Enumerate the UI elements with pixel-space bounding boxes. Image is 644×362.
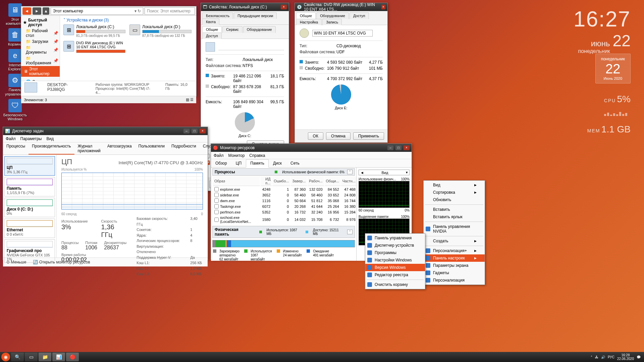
sidebar-item[interactable]: 📁 Изображения📌 — [21, 55, 60, 66]
context-menu-item[interactable]: Гаджеты — [424, 269, 485, 277]
context-menu-item[interactable]: Вид▶ — [424, 181, 485, 189]
process-row[interactable]: explorer.exe4248187 360132 02084 55247 4… — [213, 187, 357, 192]
tray-lang[interactable]: РУС — [608, 355, 614, 359]
context-menu-item[interactable]: Обновить — [424, 196, 485, 203]
sidebar-item[interactable]: 📁 Загрузки📌 — [21, 39, 60, 45]
sidebar-this-pc[interactable]: 🖥 Этот компьютер — [21, 66, 60, 77]
process-row[interactable]: Taskmgr.exe6072020 26841 64425 26416 380 — [213, 204, 357, 209]
close-button[interactable]: × — [200, 129, 206, 133]
menu-item[interactable]: Параметры — [20, 136, 42, 141]
tab[interactable]: Производительность — [29, 142, 74, 155]
context-menu-item[interactable]: Сортировка▶ — [424, 189, 485, 196]
tab[interactable]: Автозагрузка — [104, 142, 135, 155]
tab[interactable]: Процессы — [3, 142, 29, 155]
cancel-button[interactable]: Отмена — [326, 132, 351, 140]
context-menu-item[interactable]: Настройки Windows — [365, 256, 425, 264]
process-row[interactable]: sidebar.exe3652058 46058 46033 65224 808 — [213, 192, 357, 197]
props-tab[interactable]: Запись — [322, 19, 342, 25]
ok-button[interactable]: ОК — [308, 132, 323, 140]
tab[interactable]: Обзор — [211, 159, 231, 167]
search-button[interactable]: 🔍 — [11, 353, 24, 361]
menu-item[interactable]: Файл — [214, 153, 224, 158]
menu-item[interactable]: Вид — [46, 136, 54, 141]
context-menu-item[interactable]: Персонализация — [424, 277, 485, 284]
context-menu-item[interactable]: Программы — [365, 249, 425, 256]
tray-network-icon[interactable]: 🖧 — [595, 355, 598, 359]
taskbar-taskmgr[interactable]: 📊 — [52, 353, 65, 361]
perf-mini[interactable]: Диск 0 (C: D:)0% — [4, 198, 55, 217]
fewer-details-button[interactable]: ⊙ Меньше — [6, 260, 26, 264]
props-tab[interactable]: Общие — [296, 12, 316, 19]
sidebar-network[interactable]: 🌐 Сеть — [21, 79, 60, 81]
collapse-icon[interactable]: ˄ — [347, 170, 353, 174]
context-menu-item[interactable]: Панель настроек▶ — [424, 254, 485, 262]
drive-name-input[interactable] — [312, 30, 373, 37]
sidebar-item[interactable]: 📁 Рабочий стол📌 — [21, 28, 60, 39]
context-menu-item[interactable]: Вставить — [424, 206, 485, 213]
taskbar-clock[interactable]: 16:2822.06.2020 — [617, 353, 634, 361]
maximize-button[interactable]: □ — [192, 129, 198, 133]
taskbar-resmon[interactable]: 🔴 — [66, 353, 79, 361]
process-row[interactable]: perfmon.exe5352016 73232 24016 95615 284 — [213, 209, 357, 215]
tray-volume-icon[interactable]: 🔊 — [601, 355, 605, 359]
props-tab[interactable]: Доступ — [350, 12, 369, 19]
context-menu-item[interactable]: Панель управления — [365, 234, 425, 242]
close-button[interactable]: × — [404, 145, 410, 150]
collapse-icon[interactable]: ˄ — [347, 230, 353, 234]
drive-d[interactable]: ▭ Локальный диск (D:) 87,8 ГБ свободно и… — [129, 24, 192, 38]
tray-notifications-icon[interactable]: 💬 — [637, 355, 641, 359]
minimize-button[interactable]: – — [387, 145, 393, 150]
taskbar-explorer[interactable]: 📁 — [39, 353, 51, 361]
tray-chevron-icon[interactable]: ˄ — [591, 355, 592, 359]
process-row[interactable]: svchost.exe (LocalServiceNet...1580014 0… — [213, 215, 357, 224]
chevron-down-icon[interactable]: ▾ ↻ — [135, 9, 141, 13]
nav-back-button[interactable]: ◄ — [22, 7, 31, 15]
context-menu-item[interactable]: Параметры экрана — [424, 262, 485, 269]
close-button[interactable]: × — [381, 5, 386, 9]
close-button[interactable]: × — [281, 5, 287, 9]
minimize-button[interactable]: – — [183, 129, 190, 133]
tab[interactable]: Журнал приложений — [74, 142, 104, 155]
context-menu-item[interactable]: Вставить ярлык — [424, 213, 485, 221]
menu-item[interactable]: Монитор — [228, 153, 245, 158]
drive-c[interactable]: ⊞ Локальный диск (C:) 81,3 ГБ свободно и… — [63, 24, 125, 38]
tab[interactable]: Сеть — [286, 159, 304, 167]
task-view-button[interactable]: ▭ — [25, 353, 38, 361]
menu-item[interactable]: Справка — [249, 153, 265, 158]
context-menu-item[interactable]: Создать▶ — [424, 237, 485, 245]
tab[interactable]: Подробности — [168, 142, 200, 155]
props-tab[interactable]: Безопасность — [202, 12, 233, 19]
context-menu-item[interactable]: Очистить корзину — [365, 281, 425, 288]
tab[interactable]: Память — [246, 159, 269, 168]
props-tab[interactable]: Оборудование — [316, 12, 349, 19]
menu-item[interactable]: Файл — [6, 136, 16, 141]
sidebar-item[interactable]: 📁 Документы📌 — [21, 45, 60, 55]
props-tab[interactable]: Оборудование — [243, 26, 276, 33]
props-tab[interactable]: Квота — [202, 18, 219, 25]
props-tab[interactable]: Сервис — [222, 26, 243, 33]
search-input[interactable]: Поиск: Этот компьютер — [145, 7, 195, 15]
physmem-panel-header[interactable]: Физическая память Используется: 1087 МБ … — [212, 226, 355, 238]
props-tab[interactable]: Общие — [202, 26, 222, 33]
devices-group[interactable]: ˅ Устройства и диски (3) — [63, 18, 193, 22]
apply-button[interactable]: Применить — [353, 132, 384, 140]
start-button[interactable]: ◉ — [1, 353, 10, 361]
processes-panel-header[interactable]: Процессы Использование физической памяти… — [212, 168, 355, 176]
props-tab[interactable]: Предыдущие версии — [234, 12, 277, 19]
sidebar-quick-access[interactable]: ★ Быстрый доступ — [21, 17, 60, 28]
context-menu-item[interactable]: Персонализация+▶ — [424, 247, 485, 254]
address-bar[interactable]: Этот компьютер ▾ ↻ — [51, 7, 143, 15]
calendar-widget[interactable]: понедельник 22 Июнь 2020 — [595, 54, 631, 83]
nav-up-button[interactable]: ▲ — [43, 7, 49, 15]
context-menu-item[interactable]: Панель управления NVIDIA — [424, 223, 485, 235]
props-tab[interactable]: Настройка — [296, 19, 322, 25]
context-menu-item[interactable]: Версия Windows — [365, 264, 425, 271]
process-row[interactable]: dwm.exe1116050 66451 81235 06816 744 — [213, 198, 357, 203]
perf-mini[interactable]: ЦП3% 1,36 ГГц — [4, 156, 55, 176]
drive-name-input[interactable] — [218, 44, 284, 50]
open-resmon-button[interactable]: 🔄 Открыть монитор ресурсов — [33, 260, 90, 264]
context-menu-item[interactable]: Редактор реестра — [365, 271, 425, 279]
perf-mini[interactable]: Память1,1/15,9 ГБ (7%) — [4, 177, 55, 196]
drive-e[interactable]: ⊞ DVD RW дисковод (E:) WIN 10 ENT X64 LT… — [63, 41, 125, 54]
tab[interactable]: Пользователи — [135, 142, 168, 155]
